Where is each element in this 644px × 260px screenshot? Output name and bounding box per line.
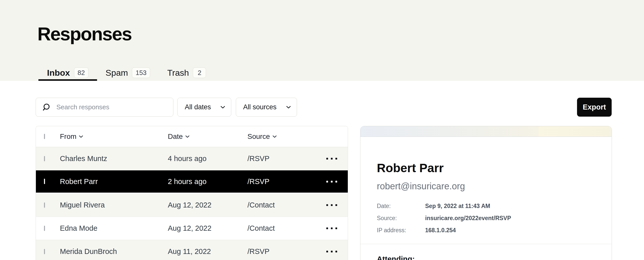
field-label-date: Date: (377, 203, 425, 210)
row-source: /RSVP (247, 247, 316, 256)
table-row[interactable]: Miguel Rivera Aug 12, 2022 /Contact (36, 194, 348, 217)
tab-spam-count-badge: 153 (132, 67, 150, 78)
tab-inbox-count-badge: 82 (74, 67, 88, 78)
detail-name: Robert Parr (377, 161, 595, 175)
row-date: 4 hours ago (168, 154, 247, 163)
column-header-from[interactable]: From (60, 133, 168, 141)
field-value-ip: 168.1.0.254 (425, 227, 595, 234)
row-checkbox[interactable] (44, 249, 45, 254)
sort-chevron-icon (79, 135, 83, 138)
row-date: 2 hours ago (168, 177, 247, 186)
row-checkbox[interactable] (44, 156, 45, 161)
source-filter-value: All sources (243, 103, 277, 111)
row-checkbox[interactable] (44, 179, 45, 184)
row-date: Aug 12, 2022 (168, 201, 247, 209)
detail-banner (360, 126, 612, 137)
row-from: Miguel Rivera (60, 201, 168, 209)
source-filter-dropdown[interactable]: All sources (236, 98, 297, 117)
tab-spam[interactable]: Spam 153 (97, 65, 159, 81)
detail-fields: Date: Sep 9, 2022 at 11:43 AM Source: in… (377, 203, 595, 234)
tab-spam-label: Spam (106, 68, 128, 78)
chevron-down-icon (221, 106, 225, 109)
row-checkbox[interactable] (44, 202, 45, 208)
responses-table: From Date Source Charles Muntz 4 hours a… (36, 126, 348, 260)
row-actions-menu-icon[interactable] (316, 204, 348, 206)
row-source: /Contact (247, 201, 316, 209)
row-actions-menu-icon[interactable] (316, 181, 348, 183)
row-date: Aug 12, 2022 (168, 224, 247, 232)
tab-inbox[interactable]: Inbox 82 (38, 65, 97, 81)
attending-section-heading: Attending: (377, 255, 595, 260)
divider (360, 244, 612, 244)
row-from: Robert Parr (60, 177, 168, 186)
table-row-selected[interactable]: Robert Parr 2 hours ago /RSVP (36, 170, 348, 194)
date-filter-value: All dates (185, 103, 211, 111)
table-row[interactable]: Edna Mode Aug 12, 2022 /Contact (36, 217, 348, 240)
row-from: Edna Mode (60, 224, 168, 232)
row-source: /Contact (247, 224, 316, 232)
detail-body: Robert Parr robert@insuricare.org Date: … (360, 161, 612, 260)
tab-bar: Inbox 82 Spam 153 Trash 2 (38, 65, 215, 81)
table-header-row: From Date Source (36, 126, 348, 147)
row-date: Aug 11, 2022 (168, 247, 247, 256)
detail-email: robert@insuricare.org (377, 181, 595, 192)
sort-chevron-icon (272, 135, 277, 138)
field-value-source: insuricare.org/2022event/RSVP (425, 215, 595, 222)
tab-trash-label: Trash (167, 68, 189, 78)
date-filter-dropdown[interactable]: All dates (177, 98, 231, 117)
field-label-source: Source: (377, 215, 425, 222)
tab-inbox-label: Inbox (47, 68, 70, 78)
chevron-down-icon (286, 106, 291, 109)
row-from: Charles Muntz (60, 154, 168, 163)
toolbar: All dates All sources Export (36, 98, 612, 117)
row-actions-menu-icon[interactable] (316, 251, 348, 252)
column-header-source[interactable]: Source (247, 133, 316, 141)
table-row[interactable]: Charles Muntz 4 hours ago /RSVP (36, 147, 348, 170)
row-actions-menu-icon[interactable] (316, 227, 348, 229)
field-value-date: Sep 9, 2022 at 11:43 AM (425, 203, 595, 210)
row-from: Merida DunBroch (60, 247, 168, 256)
row-actions-menu-icon[interactable] (316, 158, 348, 160)
field-label-ip: IP address: (377, 227, 425, 234)
tab-trash[interactable]: Trash 2 (159, 65, 215, 81)
content-area: From Date Source Charles Muntz 4 hours a… (0, 126, 644, 260)
search-box[interactable] (36, 98, 173, 117)
search-input[interactable] (56, 103, 167, 111)
page-title: Responses (37, 23, 131, 45)
sort-chevron-icon (185, 135, 190, 138)
select-all-checkbox[interactable] (44, 134, 45, 139)
tab-trash-count-badge: 2 (193, 67, 206, 78)
row-checkbox[interactable] (44, 226, 45, 231)
column-header-date[interactable]: Date (168, 133, 247, 141)
export-button[interactable]: Export (577, 98, 612, 117)
search-icon (42, 103, 50, 111)
hero-section: Responses Inbox 82 Spam 153 Trash 2 (0, 0, 644, 81)
row-source: /RSVP (247, 177, 316, 186)
response-detail-panel: Robert Parr robert@insuricare.org Date: … (360, 126, 612, 260)
row-source: /RSVP (247, 154, 316, 163)
table-row[interactable]: Merida DunBroch Aug 11, 2022 /RSVP (36, 240, 348, 260)
